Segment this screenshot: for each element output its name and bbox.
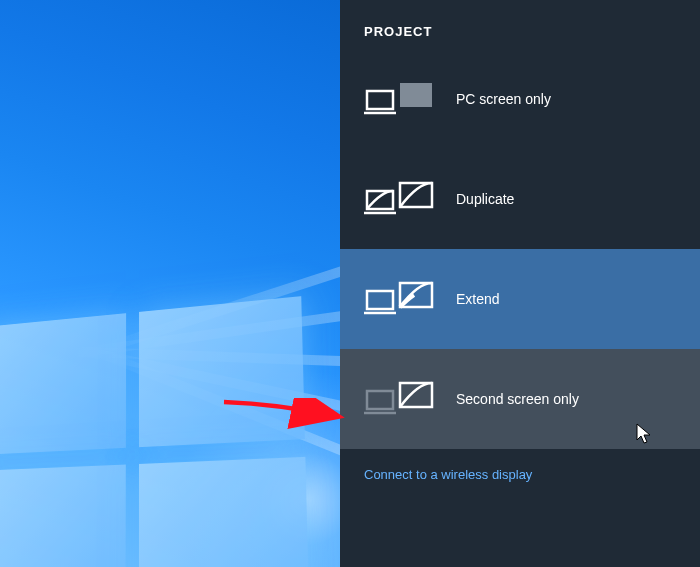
extend-icon bbox=[364, 277, 434, 321]
connect-wireless-display-link[interactable]: Connect to a wireless display bbox=[340, 449, 700, 500]
panel-title: PROJECT bbox=[364, 24, 676, 39]
option-label: PC screen only bbox=[456, 91, 551, 107]
svg-rect-11 bbox=[400, 383, 432, 407]
project-options-list: PC screen only bbox=[340, 49, 700, 449]
option-duplicate[interactable]: Duplicate bbox=[340, 149, 700, 249]
option-label: Extend bbox=[456, 291, 500, 307]
svg-rect-2 bbox=[400, 83, 432, 107]
option-label: Duplicate bbox=[456, 191, 514, 207]
svg-rect-6 bbox=[367, 291, 393, 309]
pc-screen-only-icon bbox=[364, 77, 434, 121]
desktop-wallpaper bbox=[0, 0, 340, 567]
windows-logo-icon bbox=[0, 295, 327, 567]
option-pc-screen-only[interactable]: PC screen only bbox=[340, 49, 700, 149]
option-label: Second screen only bbox=[456, 391, 579, 407]
svg-rect-5 bbox=[400, 183, 432, 207]
project-panel: PROJECT bbox=[340, 0, 700, 567]
second-screen-only-icon bbox=[364, 377, 434, 421]
svg-rect-9 bbox=[367, 391, 393, 409]
option-second-screen-only[interactable]: Second screen only bbox=[340, 349, 700, 449]
panel-header: PROJECT bbox=[340, 0, 700, 49]
duplicate-icon bbox=[364, 177, 434, 221]
option-extend[interactable]: Extend bbox=[340, 249, 700, 349]
svg-rect-0 bbox=[367, 91, 393, 109]
